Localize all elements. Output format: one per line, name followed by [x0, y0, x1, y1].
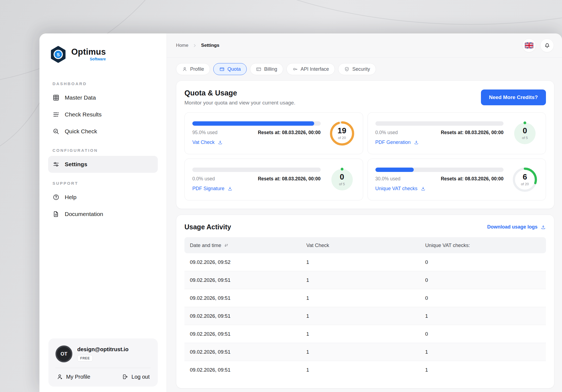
- main-content: Home Settings: [167, 33, 562, 392]
- my-profile-button[interactable]: My Profile: [57, 374, 90, 380]
- quota-tile-vat-check: 95.0% used Resets at: 08.03.2026, 00:00 …: [184, 112, 363, 154]
- quota-card-title: Quota & Usage: [184, 89, 295, 97]
- divider: [55, 368, 151, 368]
- quota-ring: 19 of 20: [329, 120, 355, 147]
- download-usage-logs-link[interactable]: Download usage logs: [487, 224, 546, 230]
- table-row[interactable]: 09.02.2026, 09:51 1 0: [184, 325, 546, 343]
- sidebar-item-label: Documentation: [65, 211, 103, 217]
- tab-billing[interactable]: Billing: [250, 63, 283, 75]
- usage-table: Date and time Vat Check Unique VAT check…: [184, 237, 546, 379]
- reset-time: Resets at: 08.03.2026, 00:00: [258, 130, 321, 135]
- bell-icon: [544, 42, 550, 49]
- vat-check-link[interactable]: Vat Check: [192, 140, 321, 145]
- sidebar: S Optimus Software DASHBOARD Master Data…: [39, 33, 167, 392]
- credit-card-icon: [256, 66, 261, 72]
- quota-ring: 0 of 5: [329, 166, 355, 193]
- need-more-credits-button[interactable]: Need More Credits?: [481, 89, 546, 105]
- table-body: 09.02.2026, 09:52 1 0 09.02.2026, 09:51 …: [184, 253, 546, 379]
- pdf-signature-link[interactable]: PDF Signature: [192, 186, 321, 192]
- tab-api-interface[interactable]: API Interface: [286, 63, 335, 75]
- table-row[interactable]: 09.02.2026, 09:51 1 1: [184, 307, 546, 325]
- section-label-configuration: CONFIGURATION: [53, 148, 158, 153]
- sidebar-item-check-results[interactable]: Check Results: [48, 106, 158, 123]
- uk-flag-icon: [525, 42, 533, 48]
- brand-logo[interactable]: S Optimus Software: [48, 45, 158, 63]
- table-row[interactable]: 09.02.2026, 09:51 1 1: [184, 343, 546, 361]
- table-header: Date and time Vat Check Unique VAT check…: [184, 237, 546, 253]
- tab-profile[interactable]: Profile: [176, 63, 210, 75]
- download-icon: [541, 224, 546, 230]
- sidebar-item-documentation[interactable]: Documentation: [48, 206, 158, 223]
- reset-time: Resets at: 08.03.2026, 00:00: [441, 176, 504, 182]
- table-row[interactable]: 09.02.2026, 09:51 1 0: [184, 271, 546, 289]
- logout-icon: [122, 374, 128, 380]
- progress-bar: [192, 121, 321, 126]
- table-row[interactable]: 09.02.2026, 09:52 1 0: [184, 253, 546, 271]
- brand-name: Optimus: [71, 48, 106, 56]
- usage-percent: 0.0% used: [375, 130, 398, 135]
- unique-vat-checks-link[interactable]: Unique VAT checks: [375, 186, 504, 192]
- sidebar-item-label: Quick Check: [65, 128, 97, 135]
- breadcrumb-home[interactable]: Home: [176, 43, 188, 48]
- quota-tile-pdf-signature: 0.0% used Resets at: 08.03.2026, 00:00 P…: [184, 159, 363, 200]
- column-vat-check: Vat Check: [306, 242, 425, 248]
- download-icon: [218, 140, 223, 145]
- shield-icon: [344, 66, 350, 72]
- column-date-time[interactable]: Date and time: [184, 242, 306, 248]
- sidebar-item-label: Settings: [65, 161, 87, 168]
- progress-bar: [375, 168, 504, 172]
- list-icon: [53, 111, 60, 118]
- sidebar-item-settings[interactable]: Settings: [48, 156, 158, 173]
- logo-hexagon-icon: S: [49, 45, 67, 63]
- svg-text:S: S: [57, 52, 60, 57]
- sidebar-nav: DASHBOARD Master Data Check Results Quic…: [48, 81, 158, 223]
- quota-tiles: 95.0% used Resets at: 08.03.2026, 00:00 …: [184, 112, 546, 200]
- pdf-generation-link[interactable]: PDF Generation: [375, 140, 504, 145]
- notifications-button[interactable]: [540, 39, 554, 52]
- logout-button[interactable]: Log out: [122, 374, 150, 380]
- breadcrumb: Home Settings: [176, 43, 219, 48]
- person-icon: [57, 374, 63, 380]
- quota-ring: 6 of 20: [512, 166, 538, 193]
- grid-icon: [53, 94, 60, 101]
- quota-tile-pdf-generation: 0.0% used Resets at: 08.03.2026, 00:00 P…: [368, 112, 546, 154]
- sidebar-item-master-data[interactable]: Master Data: [48, 89, 158, 106]
- usage-activity-card: Usage Activity Download usage logs Date …: [176, 215, 554, 388]
- reset-time: Resets at: 08.03.2026, 00:00: [258, 176, 321, 182]
- user-email: design@optitrust.io: [77, 346, 128, 353]
- search-check-icon: [53, 128, 60, 135]
- usage-percent: 0.0% used: [192, 176, 215, 182]
- help-circle-icon: [53, 194, 60, 201]
- download-icon: [227, 186, 233, 191]
- key-icon: [292, 66, 298, 72]
- column-unique-vat-checks: Unique VAT checks:: [425, 242, 546, 248]
- sort-icon: [224, 243, 228, 248]
- avatar[interactable]: OT: [55, 345, 72, 362]
- sidebar-item-quick-check[interactable]: Quick Check: [48, 123, 158, 140]
- progress-bar: [375, 121, 504, 126]
- tab-quota[interactable]: Quota: [213, 63, 247, 75]
- table-row[interactable]: 09.02.2026, 09:51 1 0: [184, 289, 546, 307]
- section-label-support: SUPPORT: [53, 181, 158, 186]
- activity-card-title: Usage Activity: [184, 223, 231, 231]
- sidebar-item-label: Help: [65, 194, 76, 200]
- brand-tagline: Software: [90, 57, 106, 61]
- usage-percent: 95.0% used: [192, 130, 217, 135]
- quota-card-subtitle: Monitor your quota and view your current…: [184, 100, 295, 106]
- sidebar-item-label: Check Results: [65, 111, 101, 118]
- download-icon: [421, 186, 426, 191]
- tab-security[interactable]: Security: [338, 63, 376, 75]
- section-label-dashboard: DASHBOARD: [53, 81, 158, 86]
- document-icon: [53, 211, 60, 218]
- table-row[interactable]: 09.02.2026, 09:51 1 1: [184, 361, 546, 379]
- wallet-icon: [219, 66, 225, 72]
- app-window: S Optimus Software DASHBOARD Master Data…: [39, 33, 562, 392]
- quota-ring: 0 of 5: [512, 120, 538, 147]
- sidebar-item-label: Master Data: [65, 94, 96, 101]
- sidebar-item-help[interactable]: Help: [48, 189, 158, 206]
- user-card: OT design@optitrust.io FREE My Profile: [48, 338, 158, 387]
- language-button[interactable]: [522, 39, 536, 52]
- usage-percent: 30.0% used: [375, 176, 400, 182]
- page-header: Home Settings: [167, 33, 562, 58]
- sliders-icon: [53, 161, 60, 168]
